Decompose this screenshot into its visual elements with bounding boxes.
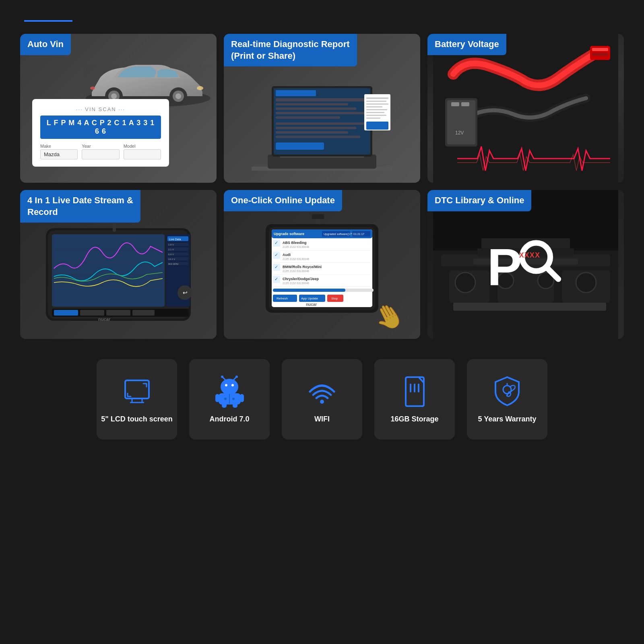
svg-text:✓: ✓ [275,240,278,245]
svg-point-139 [221,376,223,378]
svg-text:ABS Bleeding: ABS Bleeding [283,241,307,245]
make-field: Make Mazda [40,144,78,159]
svg-rect-34 [366,122,388,130]
svg-rect-145 [233,403,237,408]
storage-svg [402,376,428,408]
svg-rect-24 [276,142,324,150]
svg-text:App Update: App Update [301,297,318,300]
vin-number: L F P M 4 A C P 2 C 1 A 3 3 1 6 6 [40,116,161,139]
svg-text:Live Data: Live Data [169,238,181,241]
features-row: 5" LCD touch screen [0,339,644,440]
live-stream-card: 4 In 1 Live Date Stream &Record [20,190,217,339]
svg-rect-23 [276,136,360,138]
svg-rect-39 [461,102,469,106]
year-value [82,149,119,159]
wifi-svg [306,380,338,404]
top-accent-line [24,20,72,22]
svg-point-3 [111,93,117,99]
svg-point-6 [175,93,181,99]
laptop-illustration [248,62,396,179]
svg-rect-120 [453,303,606,311]
svg-text:nucar: nucar [306,302,317,307]
warranty-svg [492,376,522,408]
svg-rect-27 [366,101,386,102]
report-label: Real-time Diagnostic Report(Print or Sha… [224,34,357,66]
battery-card: Battery Voltage 12V [427,34,624,183]
svg-text:↩: ↩ [183,289,188,296]
svg-text:2.1 V: 2.1 V [168,248,174,251]
svg-rect-144 [222,403,227,408]
update-bg: Upgrade software Upgraded software(175) … [224,190,420,339]
svg-rect-21 [276,127,356,129]
svg-text:Audi: Audi [283,253,291,257]
svg-rect-67 [106,310,130,316]
svg-point-7 [197,86,203,90]
make-label: Make [40,144,78,149]
svg-text:01:21:17: 01:21:17 [353,233,364,235]
svg-text:Chrysler/Dodge/Jeep: Chrysler/Dodge/Jeep [283,277,319,281]
svg-rect-68 [132,310,155,316]
svg-rect-75 [312,214,324,219]
svg-line-129 [547,268,558,279]
svg-text:2135 2132 63130046: 2135 2132 63130046 [283,258,309,260]
svg-text:✓: ✓ [275,252,278,257]
warranty-label: 5 Years Warranty [478,415,536,423]
search-icon-svg [516,239,564,287]
svg-rect-42 [592,48,608,51]
svg-text:Upgraded software(175): Upgraded software(175) [324,233,354,236]
android-icon [213,376,246,408]
svg-text:Upgrade software: Upgrade software [274,232,304,236]
battery-svg: 12V [427,34,624,183]
dtc-bg: P XXXX [427,190,624,339]
svg-rect-14 [276,90,316,96]
auto-vin-bg: ··· VIN SCAN ··· L F P M 4 A C P 2 C 1 A… [20,34,217,183]
svg-text:Stop: Stop [331,297,338,300]
svg-point-147 [224,398,227,400]
svg-rect-28 [366,103,388,105]
feature-storage: 16GB Storage [374,359,455,440]
svg-text:Refresh: Refresh [277,297,288,300]
model-value [124,149,161,159]
svg-text:nucar: nucar [98,317,111,322]
features-grid: Auto Vin [0,34,644,339]
storage-label: 16GB Storage [390,415,438,423]
android-svg [215,376,245,408]
svg-rect-16 [276,103,348,105]
svg-rect-43 [592,53,608,56]
device-svg: Live Data 1.8 V 2.1 V 0.9 V 14.2 V 800 R… [42,216,195,333]
svg-point-148 [232,398,235,400]
xxxx-code: XXXX [519,251,540,260]
svg-text:1.8 V: 1.8 V [168,244,174,246]
svg-text:2135 2132 63130046: 2135 2132 63130046 [283,270,309,272]
feature-wifi: WIFI [282,359,362,440]
svg-rect-31 [366,112,384,113]
screen-icon [121,376,153,408]
update-label: One-Click Online Update [224,190,342,211]
svg-rect-66 [80,310,104,316]
update-card: One-Click Online Update Upgrade software… [224,190,420,339]
wifi-icon [306,376,338,408]
svg-text:✓: ✓ [275,264,278,269]
svg-rect-32 [366,115,386,116]
vin-fields: Make Mazda Year Model [40,144,161,159]
dtc-card: DTC Library & Online [427,190,624,339]
svg-rect-38 [451,102,459,106]
svg-rect-37 [447,100,475,144]
auto-vin-card: Auto Vin [20,34,217,183]
report-card: Real-time Diagnostic Report(Print or Sha… [224,34,420,183]
svg-rect-33 [366,118,380,119]
dtc-search-display: P XXXX [487,241,564,293]
laptop-svg [248,62,396,179]
wifi-label: WIFI [314,415,330,423]
svg-rect-142 [215,394,219,402]
vin-panel: ··· VIN SCAN ··· L F P M 4 A C P 2 C 1 A… [32,99,169,167]
svg-text:800 RPM: 800 RPM [168,263,178,265]
svg-rect-106 [273,289,345,292]
svg-text:14.2 V: 14.2 V [168,258,175,260]
storage-icon [398,376,431,408]
search-icon-container: XXXX [516,239,564,287]
svg-text:12V: 12V [455,130,464,136]
svg-rect-19 [276,116,340,119]
svg-text:2135 2132 63130046: 2135 2132 63130046 [283,246,309,248]
svg-rect-20 [276,122,368,125]
